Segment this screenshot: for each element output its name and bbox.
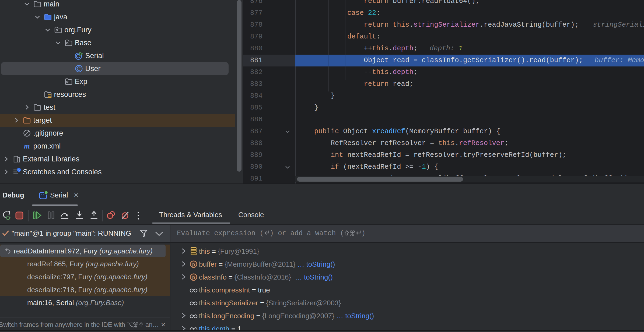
svg-text:p: p <box>192 274 195 280</box>
svg-text:p: p <box>192 262 195 267</box>
